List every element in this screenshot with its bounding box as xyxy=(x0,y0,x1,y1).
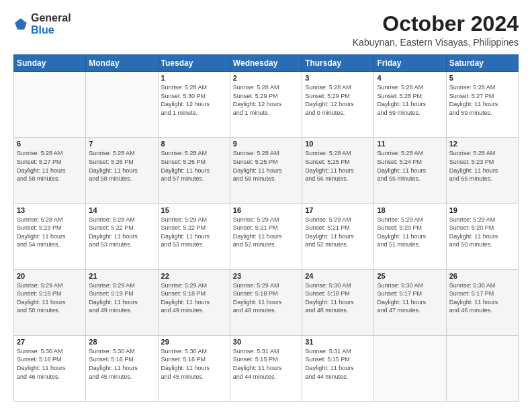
day-info: Sunrise: 5:28 AM Sunset: 5:26 PM Dayligh… xyxy=(89,149,154,183)
day-number: 17 xyxy=(305,206,371,214)
table-row: 31Sunrise: 5:31 AM Sunset: 5:15 PM Dayli… xyxy=(302,335,374,401)
day-number: 28 xyxy=(89,338,154,346)
calendar-week-row: 6Sunrise: 5:28 AM Sunset: 5:27 PM Daylig… xyxy=(14,138,519,203)
day-number: 16 xyxy=(233,206,299,214)
col-saturday: Saturday xyxy=(446,55,518,72)
table-row xyxy=(86,72,158,138)
day-number: 21 xyxy=(89,272,154,280)
day-info: Sunrise: 5:28 AM Sunset: 5:23 PM Dayligh… xyxy=(449,149,515,183)
day-number: 29 xyxy=(161,338,227,346)
day-number: 12 xyxy=(449,140,515,148)
table-row: 7Sunrise: 5:28 AM Sunset: 5:26 PM Daylig… xyxy=(86,138,158,203)
table-row: 17Sunrise: 5:29 AM Sunset: 5:21 PM Dayli… xyxy=(302,203,374,269)
day-info: Sunrise: 5:29 AM Sunset: 5:19 PM Dayligh… xyxy=(17,281,83,315)
day-info: Sunrise: 5:29 AM Sunset: 5:18 PM Dayligh… xyxy=(161,281,227,315)
day-number: 14 xyxy=(89,206,154,214)
calendar-week-row: 27Sunrise: 5:30 AM Sunset: 5:16 PM Dayli… xyxy=(14,335,519,401)
table-row xyxy=(374,335,446,401)
day-number: 8 xyxy=(161,140,227,148)
day-number: 3 xyxy=(305,74,371,82)
col-friday: Friday xyxy=(374,55,446,72)
table-row: 11Sunrise: 5:28 AM Sunset: 5:24 PM Dayli… xyxy=(374,138,446,203)
logo-blue: Blue xyxy=(31,24,54,36)
calendar-header-row: Sunday Monday Tuesday Wednesday Thursday… xyxy=(14,55,519,72)
day-info: Sunrise: 5:29 AM Sunset: 5:20 PM Dayligh… xyxy=(377,216,443,249)
table-row: 21Sunrise: 5:29 AM Sunset: 5:19 PM Dayli… xyxy=(86,269,158,335)
logo-general: General xyxy=(31,12,71,24)
day-number: 6 xyxy=(17,140,83,148)
table-row: 8Sunrise: 5:28 AM Sunset: 5:26 PM Daylig… xyxy=(158,138,230,203)
calendar-page: General Blue October 2024 Kabuynan, East… xyxy=(0,0,532,411)
day-number: 7 xyxy=(89,140,154,148)
day-info: Sunrise: 5:28 AM Sunset: 5:22 PM Dayligh… xyxy=(89,216,154,249)
day-info: Sunrise: 5:31 AM Sunset: 5:15 PM Dayligh… xyxy=(233,347,299,381)
day-info: Sunrise: 5:30 AM Sunset: 5:16 PM Dayligh… xyxy=(161,347,227,381)
day-info: Sunrise: 5:28 AM Sunset: 5:29 PM Dayligh… xyxy=(233,83,299,117)
table-row: 25Sunrise: 5:30 AM Sunset: 5:17 PM Dayli… xyxy=(374,269,446,335)
col-thursday: Thursday xyxy=(302,55,374,72)
day-number: 13 xyxy=(17,206,83,214)
table-row: 30Sunrise: 5:31 AM Sunset: 5:15 PM Dayli… xyxy=(230,335,302,401)
day-number: 30 xyxy=(233,338,299,346)
table-row: 22Sunrise: 5:29 AM Sunset: 5:18 PM Dayli… xyxy=(158,269,230,335)
day-number: 25 xyxy=(377,272,443,280)
day-number: 5 xyxy=(449,74,515,82)
table-row: 29Sunrise: 5:30 AM Sunset: 5:16 PM Dayli… xyxy=(158,335,230,401)
day-info: Sunrise: 5:28 AM Sunset: 5:24 PM Dayligh… xyxy=(377,149,443,183)
table-row: 13Sunrise: 5:28 AM Sunset: 5:23 PM Dayli… xyxy=(14,203,86,269)
day-number: 18 xyxy=(377,206,443,214)
table-row: 24Sunrise: 5:30 AM Sunset: 5:18 PM Dayli… xyxy=(302,269,374,335)
day-info: Sunrise: 5:28 AM Sunset: 5:28 PM Dayligh… xyxy=(377,83,443,117)
day-number: 19 xyxy=(449,206,515,214)
table-row: 14Sunrise: 5:28 AM Sunset: 5:22 PM Dayli… xyxy=(86,203,158,269)
svg-marker-0 xyxy=(15,18,27,30)
col-wednesday: Wednesday xyxy=(230,55,302,72)
page-header: General Blue October 2024 Kabuynan, East… xyxy=(13,12,519,48)
day-info: Sunrise: 5:28 AM Sunset: 5:25 PM Dayligh… xyxy=(305,149,371,183)
table-row: 5Sunrise: 5:28 AM Sunset: 5:27 PM Daylig… xyxy=(446,72,518,138)
table-row: 12Sunrise: 5:28 AM Sunset: 5:23 PM Dayli… xyxy=(446,138,518,203)
table-row: 10Sunrise: 5:28 AM Sunset: 5:25 PM Dayli… xyxy=(302,138,374,203)
day-info: Sunrise: 5:28 AM Sunset: 5:25 PM Dayligh… xyxy=(233,149,299,183)
day-number: 24 xyxy=(305,272,371,280)
table-row: 9Sunrise: 5:28 AM Sunset: 5:25 PM Daylig… xyxy=(230,138,302,203)
day-number: 20 xyxy=(17,272,83,280)
table-row: 19Sunrise: 5:29 AM Sunset: 5:20 PM Dayli… xyxy=(446,203,518,269)
calendar-week-row: 13Sunrise: 5:28 AM Sunset: 5:23 PM Dayli… xyxy=(14,203,519,269)
table-row: 15Sunrise: 5:29 AM Sunset: 5:22 PM Dayli… xyxy=(158,203,230,269)
day-info: Sunrise: 5:28 AM Sunset: 5:29 PM Dayligh… xyxy=(305,83,371,117)
day-info: Sunrise: 5:30 AM Sunset: 5:16 PM Dayligh… xyxy=(89,347,154,381)
day-number: 2 xyxy=(233,74,299,82)
month-title: October 2024 xyxy=(353,12,519,36)
day-info: Sunrise: 5:28 AM Sunset: 5:30 PM Dayligh… xyxy=(161,83,227,117)
day-info: Sunrise: 5:28 AM Sunset: 5:27 PM Dayligh… xyxy=(17,149,83,183)
table-row xyxy=(446,335,518,401)
calendar-week-row: 1Sunrise: 5:28 AM Sunset: 5:30 PM Daylig… xyxy=(14,72,519,138)
table-row: 18Sunrise: 5:29 AM Sunset: 5:20 PM Dayli… xyxy=(374,203,446,269)
day-info: Sunrise: 5:30 AM Sunset: 5:18 PM Dayligh… xyxy=(305,281,371,315)
day-number: 22 xyxy=(161,272,227,280)
day-info: Sunrise: 5:29 AM Sunset: 5:21 PM Dayligh… xyxy=(305,216,371,249)
day-number: 9 xyxy=(233,140,299,148)
table-row: 2Sunrise: 5:28 AM Sunset: 5:29 PM Daylig… xyxy=(230,72,302,138)
day-info: Sunrise: 5:28 AM Sunset: 5:27 PM Dayligh… xyxy=(449,83,515,117)
day-number: 23 xyxy=(233,272,299,280)
day-number: 10 xyxy=(305,140,371,148)
day-number: 26 xyxy=(449,272,515,280)
day-info: Sunrise: 5:30 AM Sunset: 5:17 PM Dayligh… xyxy=(377,281,443,315)
day-info: Sunrise: 5:29 AM Sunset: 5:22 PM Dayligh… xyxy=(161,216,227,249)
title-block: October 2024 Kabuynan, Eastern Visayas, … xyxy=(353,12,519,48)
day-info: Sunrise: 5:29 AM Sunset: 5:18 PM Dayligh… xyxy=(233,281,299,315)
table-row: 28Sunrise: 5:30 AM Sunset: 5:16 PM Dayli… xyxy=(86,335,158,401)
table-row: 3Sunrise: 5:28 AM Sunset: 5:29 PM Daylig… xyxy=(302,72,374,138)
table-row: 20Sunrise: 5:29 AM Sunset: 5:19 PM Dayli… xyxy=(14,269,86,335)
location-subtitle: Kabuynan, Eastern Visayas, Philippines xyxy=(353,37,519,48)
day-info: Sunrise: 5:29 AM Sunset: 5:19 PM Dayligh… xyxy=(89,281,154,315)
table-row xyxy=(14,72,86,138)
day-number: 11 xyxy=(377,140,443,148)
logo-icon xyxy=(13,17,28,32)
day-number: 15 xyxy=(161,206,227,214)
calendar-week-row: 20Sunrise: 5:29 AM Sunset: 5:19 PM Dayli… xyxy=(14,269,519,335)
table-row: 26Sunrise: 5:30 AM Sunset: 5:17 PM Dayli… xyxy=(446,269,518,335)
day-info: Sunrise: 5:29 AM Sunset: 5:20 PM Dayligh… xyxy=(449,216,515,249)
